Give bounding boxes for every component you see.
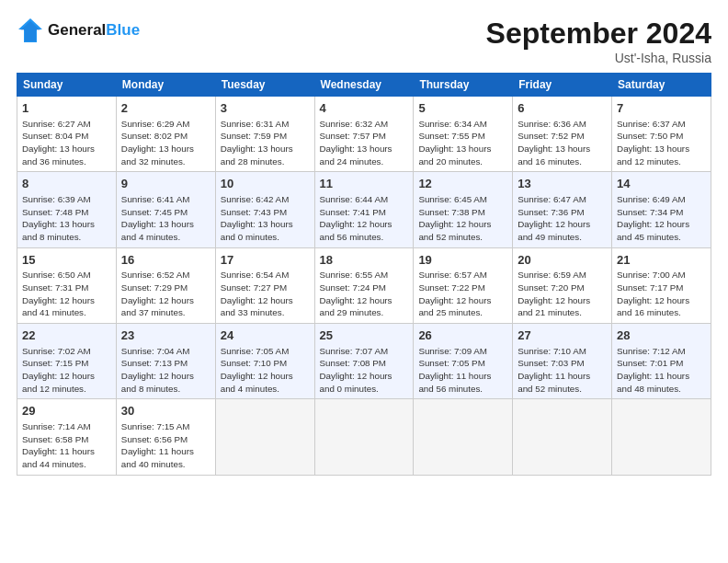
day-number: 7 — [617, 100, 706, 117]
logo-text: GeneralBlue — [48, 22, 140, 40]
day-info: Sunrise: 6:54 AMSunset: 7:27 PMDaylight:… — [221, 269, 310, 319]
table-row — [414, 399, 513, 475]
day-info: Sunrise: 6:45 AMSunset: 7:38 PMDaylight:… — [418, 193, 507, 244]
day-info: Sunrise: 6:57 AMSunset: 7:22 PMDaylight:… — [418, 269, 507, 319]
day-info: Sunrise: 6:39 AMSunset: 7:48 PMDaylight:… — [22, 193, 111, 244]
table-row: 2Sunrise: 6:29 AMSunset: 8:02 PMDaylight… — [116, 97, 215, 172]
table-row: 1Sunrise: 6:27 AMSunset: 8:04 PMDaylight… — [17, 97, 117, 172]
col-tuesday: Tuesday — [215, 74, 314, 97]
day-number: 21 — [617, 252, 706, 269]
day-info: Sunrise: 6:36 AMSunset: 7:52 PMDaylight:… — [518, 118, 607, 168]
day-info: Sunrise: 6:44 AMSunset: 7:41 PMDaylight:… — [320, 193, 409, 244]
col-saturday: Saturday — [612, 74, 711, 97]
day-info: Sunrise: 6:42 AMSunset: 7:43 PMDaylight:… — [221, 193, 310, 244]
day-info: Sunrise: 6:41 AMSunset: 7:45 PMDaylight:… — [121, 193, 210, 244]
table-row: 7Sunrise: 6:37 AMSunset: 7:50 PMDaylight… — [612, 97, 711, 172]
table-row: 8Sunrise: 6:39 AMSunset: 7:48 PMDaylight… — [17, 172, 117, 247]
day-info: Sunrise: 7:05 AMSunset: 7:10 PMDaylight:… — [221, 345, 310, 396]
calendar-week-row: 15Sunrise: 6:50 AMSunset: 7:31 PMDayligh… — [17, 247, 711, 323]
logo-icon — [17, 17, 44, 44]
day-number: 5 — [418, 100, 507, 117]
col-sunday: Sunday — [17, 74, 117, 97]
table-row: 23Sunrise: 7:04 AMSunset: 7:13 PMDayligh… — [116, 324, 215, 399]
day-info: Sunrise: 7:04 AMSunset: 7:13 PMDaylight:… — [121, 345, 210, 396]
day-number: 13 — [518, 176, 607, 192]
table-row — [612, 399, 711, 475]
table-row — [215, 399, 314, 475]
day-info: Sunrise: 6:27 AMSunset: 8:04 PMDaylight:… — [22, 118, 111, 168]
calendar-week-row: 29Sunrise: 7:14 AMSunset: 6:58 PMDayligh… — [17, 399, 711, 475]
day-number: 23 — [121, 327, 210, 344]
day-info: Sunrise: 7:14 AMSunset: 6:58 PMDaylight:… — [22, 420, 111, 471]
table-row: 19Sunrise: 6:57 AMSunset: 7:22 PMDayligh… — [414, 247, 513, 323]
day-info: Sunrise: 6:29 AMSunset: 8:02 PMDaylight:… — [121, 118, 210, 168]
col-wednesday: Wednesday — [314, 74, 414, 97]
table-row: 25Sunrise: 7:07 AMSunset: 7:08 PMDayligh… — [314, 324, 414, 399]
table-row: 3Sunrise: 6:31 AMSunset: 7:59 PMDaylight… — [215, 97, 314, 172]
day-info: Sunrise: 6:31 AMSunset: 7:59 PMDaylight:… — [221, 118, 310, 168]
day-number: 20 — [518, 252, 607, 269]
table-row: 5Sunrise: 6:34 AMSunset: 7:55 PMDaylight… — [414, 97, 513, 172]
table-row: 12Sunrise: 6:45 AMSunset: 7:38 PMDayligh… — [414, 172, 513, 247]
day-number: 14 — [617, 176, 706, 192]
day-number: 19 — [418, 252, 507, 269]
day-number: 16 — [121, 252, 210, 269]
table-row: 6Sunrise: 6:36 AMSunset: 7:52 PMDaylight… — [513, 97, 612, 172]
page: GeneralBlue September 2024 Ust'-Isha, Ru… — [0, 0, 728, 563]
table-row — [314, 399, 414, 475]
svg-marker-1 — [20, 21, 40, 41]
day-number: 30 — [121, 403, 210, 419]
day-info: Sunrise: 7:15 AMSunset: 6:56 PMDaylight:… — [121, 420, 210, 471]
table-row: 26Sunrise: 7:09 AMSunset: 7:05 PMDayligh… — [414, 324, 513, 399]
table-row: 29Sunrise: 7:14 AMSunset: 6:58 PMDayligh… — [17, 399, 117, 475]
day-info: Sunrise: 6:55 AMSunset: 7:24 PMDaylight:… — [320, 269, 409, 319]
table-row: 15Sunrise: 6:50 AMSunset: 7:31 PMDayligh… — [17, 247, 117, 323]
day-info: Sunrise: 7:10 AMSunset: 7:03 PMDaylight:… — [518, 345, 607, 396]
calendar-week-row: 8Sunrise: 6:39 AMSunset: 7:48 PMDaylight… — [17, 172, 711, 247]
title-block: September 2024 Ust'-Isha, Russia — [486, 17, 711, 65]
day-info: Sunrise: 7:00 AMSunset: 7:17 PMDaylight:… — [617, 269, 706, 319]
header: GeneralBlue September 2024 Ust'-Isha, Ru… — [17, 17, 711, 65]
day-number: 8 — [22, 176, 111, 192]
table-row: 10Sunrise: 6:42 AMSunset: 7:43 PMDayligh… — [215, 172, 314, 247]
day-number: 26 — [418, 327, 507, 344]
table-row: 22Sunrise: 7:02 AMSunset: 7:15 PMDayligh… — [17, 324, 117, 399]
day-number: 2 — [121, 100, 210, 117]
day-number: 10 — [221, 176, 310, 192]
day-info: Sunrise: 6:49 AMSunset: 7:34 PMDaylight:… — [617, 193, 706, 244]
day-info: Sunrise: 7:09 AMSunset: 7:05 PMDaylight:… — [418, 345, 507, 396]
day-info: Sunrise: 6:52 AMSunset: 7:29 PMDaylight:… — [121, 269, 210, 319]
day-number: 18 — [320, 252, 409, 269]
table-row: 14Sunrise: 6:49 AMSunset: 7:34 PMDayligh… — [612, 172, 711, 247]
day-number: 12 — [418, 176, 507, 192]
day-number: 25 — [320, 327, 409, 344]
day-info: Sunrise: 6:37 AMSunset: 7:50 PMDaylight:… — [617, 118, 706, 168]
day-number: 28 — [617, 327, 706, 344]
day-number: 22 — [22, 327, 111, 344]
day-number: 15 — [22, 252, 111, 269]
month-title: September 2024 — [486, 17, 711, 51]
day-info: Sunrise: 7:12 AMSunset: 7:01 PMDaylight:… — [617, 345, 706, 396]
table-row — [513, 399, 612, 475]
day-number: 29 — [22, 403, 111, 419]
col-monday: Monday — [116, 74, 215, 97]
table-row: 11Sunrise: 6:44 AMSunset: 7:41 PMDayligh… — [314, 172, 414, 247]
day-number: 4 — [320, 100, 409, 117]
day-number: 17 — [221, 252, 310, 269]
table-row: 27Sunrise: 7:10 AMSunset: 7:03 PMDayligh… — [513, 324, 612, 399]
day-info: Sunrise: 6:50 AMSunset: 7:31 PMDaylight:… — [22, 269, 111, 319]
day-number: 24 — [221, 327, 310, 344]
col-thursday: Thursday — [414, 74, 513, 97]
logo: GeneralBlue — [17, 17, 140, 44]
table-row: 9Sunrise: 6:41 AMSunset: 7:45 PMDaylight… — [116, 172, 215, 247]
day-number: 9 — [121, 176, 210, 192]
table-row: 17Sunrise: 6:54 AMSunset: 7:27 PMDayligh… — [215, 247, 314, 323]
table-row: 28Sunrise: 7:12 AMSunset: 7:01 PMDayligh… — [612, 324, 711, 399]
table-row: 16Sunrise: 6:52 AMSunset: 7:29 PMDayligh… — [116, 247, 215, 323]
table-row: 30Sunrise: 7:15 AMSunset: 6:56 PMDayligh… — [116, 399, 215, 475]
day-number: 1 — [22, 100, 111, 117]
table-row: 13Sunrise: 6:47 AMSunset: 7:36 PMDayligh… — [513, 172, 612, 247]
day-info: Sunrise: 7:07 AMSunset: 7:08 PMDaylight:… — [320, 345, 409, 396]
day-number: 6 — [518, 100, 607, 117]
table-row: 4Sunrise: 6:32 AMSunset: 7:57 PMDaylight… — [314, 97, 414, 172]
